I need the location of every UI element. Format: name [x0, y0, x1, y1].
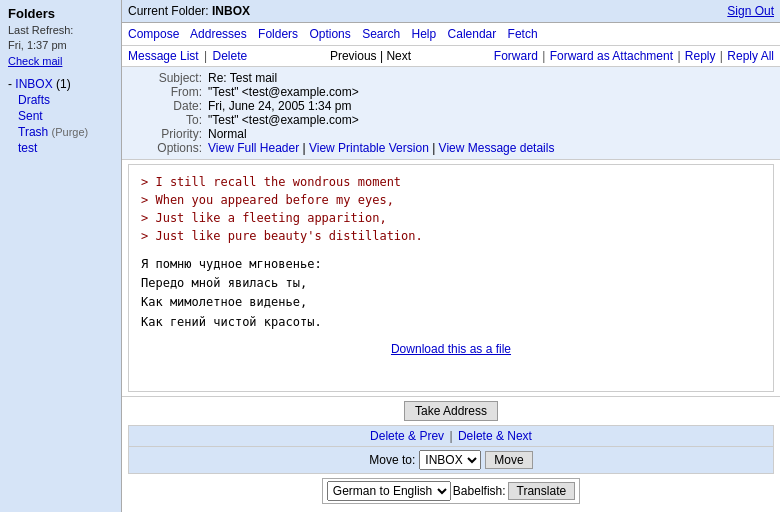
forward-link[interactable]: Forward: [494, 49, 538, 63]
sidebar-title: Folders: [8, 6, 113, 21]
message-toolbar: Message List | Delete Previous | Next Fo…: [122, 46, 780, 67]
sent-link[interactable]: Sent: [18, 109, 43, 123]
date-value: Fri, June 24, 2005 1:34 pm: [208, 99, 774, 113]
quoted-line-3: > Just like a fleeting apparition,: [141, 209, 761, 227]
move-button[interactable]: Move: [485, 451, 532, 469]
test-link[interactable]: test: [18, 141, 37, 155]
toolbar-left: Message List | Delete: [128, 49, 247, 63]
to-value: "Test" <test@example.com>: [208, 113, 774, 127]
sidebar-item-inbox[interactable]: - INBOX (1): [8, 76, 113, 92]
from-label: From:: [128, 85, 208, 99]
delete-nav-row: Delete & Prev | Delete & Next: [128, 425, 774, 447]
move-to-label: Move to:: [369, 453, 415, 467]
nav-search[interactable]: Search: [362, 27, 400, 41]
inbox-link[interactable]: INBOX: [15, 77, 52, 91]
drafts-link[interactable]: Drafts: [18, 93, 50, 107]
message-body: > I still recall the wondrous moment > W…: [128, 164, 774, 392]
from-value: "Test" <test@example.com>: [208, 85, 774, 99]
nav-addresses[interactable]: Addresses: [190, 27, 247, 41]
delete-link[interactable]: Delete: [213, 49, 248, 63]
sidebar-item-trash[interactable]: Trash (Purge): [8, 124, 113, 140]
sidebar: Folders Last Refresh: Fri, 1:37 pm Check…: [0, 0, 122, 512]
current-folder-name: INBOX: [212, 4, 250, 18]
quoted-line-4: > Just like pure beauty's distillation.: [141, 227, 761, 245]
next-link[interactable]: Next: [386, 49, 411, 63]
translate-select[interactable]: German to English French to English Span…: [327, 481, 451, 501]
quoted-line-1: > I still recall the wondrous moment: [141, 173, 761, 191]
view-details-link[interactable]: View Message details: [439, 141, 555, 155]
message-headers: Subject: Re: Test mail From: "Test" <tes…: [122, 67, 780, 160]
nav-options[interactable]: Options: [309, 27, 350, 41]
download-file-link[interactable]: Download this as a file: [141, 342, 761, 356]
forward-attachment-link[interactable]: Forward as Attachment: [550, 49, 673, 63]
body-line-3: Как мимолетное виденье,: [141, 293, 761, 312]
prev-next: Previous | Next: [330, 49, 411, 63]
delete-prev-link[interactable]: Delete & Prev: [370, 429, 444, 443]
quoted-text: > I still recall the wondrous moment > W…: [141, 173, 761, 245]
folder-list: - INBOX (1) Drafts Sent Trash (Purge) te…: [8, 76, 113, 156]
move-row: Move to: INBOX Drafts Sent Trash test Mo…: [128, 447, 774, 474]
move-to-select[interactable]: INBOX Drafts Sent Trash test: [419, 450, 481, 470]
reply-all-link[interactable]: Reply All: [727, 49, 774, 63]
bottom-actions: Take Address Delete & Prev | Delete & Ne…: [122, 396, 780, 512]
nav-calendar[interactable]: Calendar: [448, 27, 497, 41]
body-line-2: Передо мной явилась ты,: [141, 274, 761, 293]
quoted-line-2: > When you appeared before my eyes,: [141, 191, 761, 209]
subject-value: Re: Test mail: [208, 71, 774, 85]
topbar: Current Folder: INBOX Sign Out: [122, 0, 780, 23]
options-value: View Full Header | View Printable Versio…: [208, 141, 774, 155]
babelfish-label: Babelfish:: [453, 484, 506, 498]
translate-row: German to English French to English Span…: [128, 474, 774, 508]
body-line-1: Я помню чудное мгновенье:: [141, 255, 761, 274]
previous-link[interactable]: Previous: [330, 49, 377, 63]
sidebar-item-drafts[interactable]: Drafts: [8, 92, 113, 108]
body-line-4: Как гений чистой красоты.: [141, 313, 761, 332]
body-text: Я помню чудное мгновенье: Передо мной яв…: [141, 255, 761, 332]
main-content: Current Folder: INBOX Sign Out Compose A…: [122, 0, 780, 512]
delete-next-link[interactable]: Delete & Next: [458, 429, 532, 443]
subject-label: Subject:: [128, 71, 208, 85]
to-label: To:: [128, 113, 208, 127]
priority-label: Priority:: [128, 127, 208, 141]
message-list-link[interactable]: Message List: [128, 49, 199, 63]
date-label: Date:: [128, 99, 208, 113]
sidebar-item-test[interactable]: test: [8, 140, 113, 156]
priority-value: Normal: [208, 127, 774, 141]
sidebar-item-sent[interactable]: Sent: [8, 108, 113, 124]
view-printable-link[interactable]: View Printable Version: [309, 141, 429, 155]
trash-link[interactable]: Trash: [18, 125, 48, 139]
translate-outer: German to English French to English Span…: [322, 478, 580, 504]
current-folder-label: Current Folder: INBOX: [128, 4, 250, 18]
last-refresh: Last Refresh: Fri, 1:37 pm: [8, 23, 113, 54]
purge-link[interactable]: (Purge): [52, 126, 89, 138]
toolbar-right: Forward | Forward as Attachment | Reply …: [494, 49, 774, 63]
take-address-row: Take Address: [128, 401, 774, 421]
translate-button[interactable]: Translate: [508, 482, 576, 500]
nav-help[interactable]: Help: [412, 27, 437, 41]
signout-link[interactable]: Sign Out: [727, 4, 774, 18]
options-label: Options:: [128, 141, 208, 155]
view-full-header-link[interactable]: View Full Header: [208, 141, 299, 155]
navbar: Compose Addresses Folders Options Search…: [122, 23, 780, 46]
nav-compose[interactable]: Compose: [128, 27, 179, 41]
take-address-button[interactable]: Take Address: [404, 401, 498, 421]
nav-folders[interactable]: Folders: [258, 27, 298, 41]
reply-link[interactable]: Reply: [685, 49, 716, 63]
nav-fetch[interactable]: Fetch: [508, 27, 538, 41]
check-mail-link[interactable]: Check mail: [8, 55, 62, 67]
